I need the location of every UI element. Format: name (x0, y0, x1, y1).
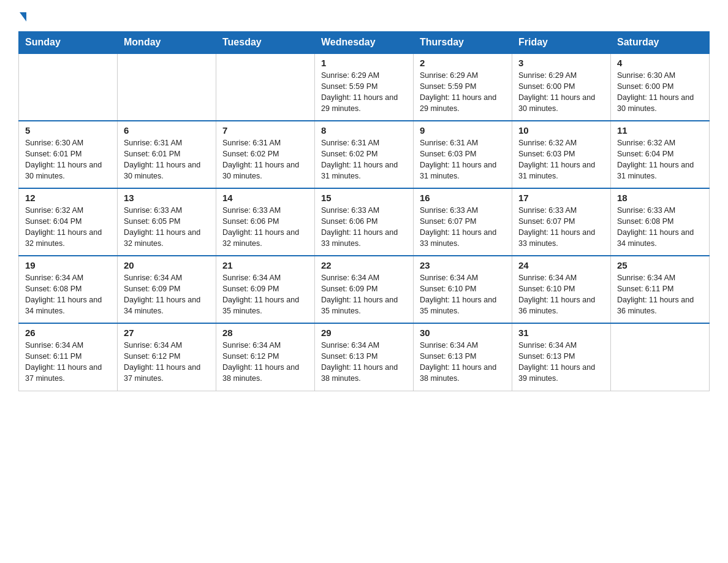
calendar-cell: 14Sunrise: 6:33 AM Sunset: 6:06 PM Dayli… (216, 188, 315, 256)
day-info: Sunrise: 6:34 AM Sunset: 6:11 PM Dayligh… (25, 340, 111, 385)
day-info: Sunrise: 6:30 AM Sunset: 6:01 PM Dayligh… (25, 137, 111, 182)
header-day-thursday: Thursday (414, 32, 512, 54)
page-header (18, 12, 710, 20)
calendar-cell (19, 53, 118, 121)
day-info: Sunrise: 6:34 AM Sunset: 6:13 PM Dayligh… (518, 340, 604, 385)
calendar-cell: 12Sunrise: 6:32 AM Sunset: 6:04 PM Dayli… (19, 188, 118, 256)
day-info: Sunrise: 6:34 AM Sunset: 6:12 PM Dayligh… (222, 340, 308, 385)
calendar-week-4: 19Sunrise: 6:34 AM Sunset: 6:08 PM Dayli… (19, 256, 710, 323)
day-info: Sunrise: 6:33 AM Sunset: 6:05 PM Dayligh… (124, 205, 210, 250)
calendar-table: SundayMondayTuesdayWednesdayThursdayFrid… (18, 31, 710, 391)
day-number: 19 (25, 260, 111, 270)
calendar-cell: 30Sunrise: 6:34 AM Sunset: 6:13 PM Dayli… (414, 323, 512, 391)
calendar-cell: 3Sunrise: 6:29 AM Sunset: 6:00 PM Daylig… (512, 53, 611, 121)
day-number: 10 (518, 125, 604, 136)
day-info: Sunrise: 6:34 AM Sunset: 6:13 PM Dayligh… (420, 340, 506, 385)
calendar-week-5: 26Sunrise: 6:34 AM Sunset: 6:11 PM Dayli… (19, 323, 710, 391)
calendar-cell: 9Sunrise: 6:31 AM Sunset: 6:03 PM Daylig… (414, 121, 512, 188)
day-number: 11 (617, 125, 703, 136)
header-day-tuesday: Tuesday (216, 32, 315, 54)
day-number: 15 (321, 193, 407, 203)
day-number: 28 (222, 327, 308, 338)
day-number: 2 (420, 58, 506, 68)
header-day-monday: Monday (118, 32, 216, 54)
day-number: 18 (617, 193, 703, 203)
calendar-cell: 4Sunrise: 6:30 AM Sunset: 6:00 PM Daylig… (611, 53, 710, 121)
header-day-sunday: Sunday (19, 32, 118, 54)
calendar-cell: 20Sunrise: 6:34 AM Sunset: 6:09 PM Dayli… (118, 256, 216, 323)
calendar-cell: 5Sunrise: 6:30 AM Sunset: 6:01 PM Daylig… (19, 121, 118, 188)
calendar-cell: 1Sunrise: 6:29 AM Sunset: 5:59 PM Daylig… (315, 53, 414, 121)
day-number: 23 (420, 260, 506, 270)
calendar-cell: 19Sunrise: 6:34 AM Sunset: 6:08 PM Dayli… (19, 256, 118, 323)
day-info: Sunrise: 6:34 AM Sunset: 6:10 PM Dayligh… (518, 272, 604, 317)
calendar-cell: 7Sunrise: 6:31 AM Sunset: 6:02 PM Daylig… (216, 121, 315, 188)
calendar-cell: 15Sunrise: 6:33 AM Sunset: 6:06 PM Dayli… (315, 188, 414, 256)
calendar-cell: 23Sunrise: 6:34 AM Sunset: 6:10 PM Dayli… (414, 256, 512, 323)
day-info: Sunrise: 6:32 AM Sunset: 6:04 PM Dayligh… (617, 137, 703, 182)
day-info: Sunrise: 6:33 AM Sunset: 6:08 PM Dayligh… (617, 205, 703, 250)
calendar-cell: 16Sunrise: 6:33 AM Sunset: 6:07 PM Dayli… (414, 188, 512, 256)
calendar-cell (118, 53, 216, 121)
calendar-cell: 27Sunrise: 6:34 AM Sunset: 6:12 PM Dayli… (118, 323, 216, 391)
logo (18, 12, 26, 20)
day-number: 21 (222, 260, 308, 270)
day-number: 4 (617, 58, 703, 68)
day-info: Sunrise: 6:29 AM Sunset: 6:00 PM Dayligh… (518, 70, 604, 115)
calendar-header-row: SundayMondayTuesdayWednesdayThursdayFrid… (19, 32, 710, 54)
calendar-cell: 6Sunrise: 6:31 AM Sunset: 6:01 PM Daylig… (118, 121, 216, 188)
calendar-week-1: 1Sunrise: 6:29 AM Sunset: 5:59 PM Daylig… (19, 53, 710, 121)
day-info: Sunrise: 6:33 AM Sunset: 6:06 PM Dayligh… (321, 205, 407, 250)
day-number: 26 (25, 327, 111, 338)
calendar-cell: 8Sunrise: 6:31 AM Sunset: 6:02 PM Daylig… (315, 121, 414, 188)
day-info: Sunrise: 6:33 AM Sunset: 6:07 PM Dayligh… (420, 205, 506, 250)
day-number: 6 (124, 125, 210, 136)
day-info: Sunrise: 6:31 AM Sunset: 6:02 PM Dayligh… (222, 137, 308, 182)
calendar-cell: 26Sunrise: 6:34 AM Sunset: 6:11 PM Dayli… (19, 323, 118, 391)
calendar-cell: 2Sunrise: 6:29 AM Sunset: 5:59 PM Daylig… (414, 53, 512, 121)
day-info: Sunrise: 6:34 AM Sunset: 6:09 PM Dayligh… (321, 272, 407, 317)
calendar-cell: 18Sunrise: 6:33 AM Sunset: 6:08 PM Dayli… (611, 188, 710, 256)
header-day-saturday: Saturday (611, 32, 710, 54)
calendar-cell: 11Sunrise: 6:32 AM Sunset: 6:04 PM Dayli… (611, 121, 710, 188)
day-info: Sunrise: 6:34 AM Sunset: 6:13 PM Dayligh… (321, 340, 407, 385)
day-info: Sunrise: 6:31 AM Sunset: 6:03 PM Dayligh… (420, 137, 506, 182)
day-info: Sunrise: 6:32 AM Sunset: 6:04 PM Dayligh… (25, 205, 111, 250)
day-number: 31 (518, 327, 604, 338)
day-info: Sunrise: 6:34 AM Sunset: 6:11 PM Dayligh… (617, 272, 703, 317)
calendar-cell: 25Sunrise: 6:34 AM Sunset: 6:11 PM Dayli… (611, 256, 710, 323)
header-day-wednesday: Wednesday (315, 32, 414, 54)
day-info: Sunrise: 6:34 AM Sunset: 6:12 PM Dayligh… (124, 340, 210, 385)
day-number: 25 (617, 260, 703, 270)
day-number: 3 (518, 58, 604, 68)
day-number: 24 (518, 260, 604, 270)
calendar-week-2: 5Sunrise: 6:30 AM Sunset: 6:01 PM Daylig… (19, 121, 710, 188)
day-info: Sunrise: 6:31 AM Sunset: 6:02 PM Dayligh… (321, 137, 407, 182)
day-number: 5 (25, 125, 111, 136)
calendar-cell: 29Sunrise: 6:34 AM Sunset: 6:13 PM Dayli… (315, 323, 414, 391)
day-number: 13 (124, 193, 210, 203)
day-number: 20 (124, 260, 210, 270)
calendar-cell (216, 53, 315, 121)
day-info: Sunrise: 6:33 AM Sunset: 6:06 PM Dayligh… (222, 205, 308, 250)
day-number: 22 (321, 260, 407, 270)
calendar-cell: 22Sunrise: 6:34 AM Sunset: 6:09 PM Dayli… (315, 256, 414, 323)
day-info: Sunrise: 6:29 AM Sunset: 5:59 PM Dayligh… (420, 70, 506, 115)
day-info: Sunrise: 6:30 AM Sunset: 6:00 PM Dayligh… (617, 70, 703, 115)
day-number: 17 (518, 193, 604, 203)
header-day-friday: Friday (512, 32, 611, 54)
day-number: 30 (420, 327, 506, 338)
day-number: 9 (420, 125, 506, 136)
day-info: Sunrise: 6:33 AM Sunset: 6:07 PM Dayligh… (518, 205, 604, 250)
day-number: 7 (222, 125, 308, 136)
day-info: Sunrise: 6:34 AM Sunset: 6:10 PM Dayligh… (420, 272, 506, 317)
day-info: Sunrise: 6:34 AM Sunset: 6:09 PM Dayligh… (222, 272, 308, 317)
day-info: Sunrise: 6:34 AM Sunset: 6:08 PM Dayligh… (25, 272, 111, 317)
day-number: 27 (124, 327, 210, 338)
calendar-cell: 24Sunrise: 6:34 AM Sunset: 6:10 PM Dayli… (512, 256, 611, 323)
calendar-cell: 28Sunrise: 6:34 AM Sunset: 6:12 PM Dayli… (216, 323, 315, 391)
day-number: 8 (321, 125, 407, 136)
calendar-cell: 31Sunrise: 6:34 AM Sunset: 6:13 PM Dayli… (512, 323, 611, 391)
day-info: Sunrise: 6:34 AM Sunset: 6:09 PM Dayligh… (124, 272, 210, 317)
day-number: 12 (25, 193, 111, 203)
